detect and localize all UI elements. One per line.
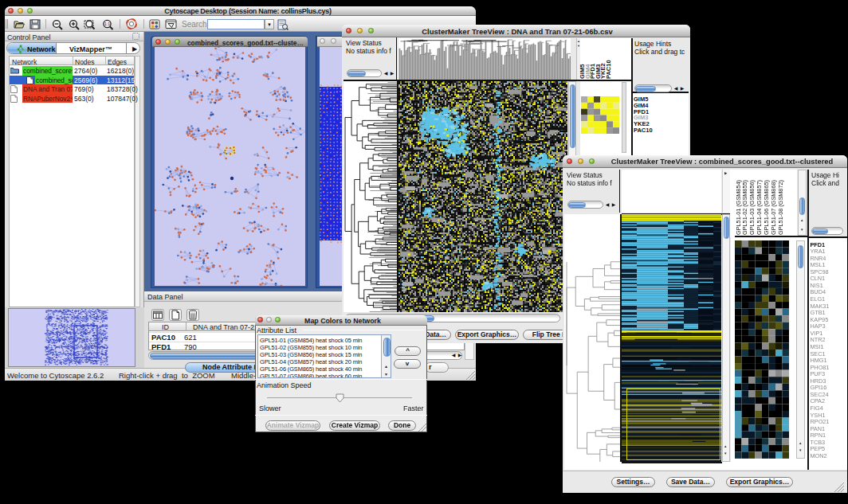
svg-text:1:1: 1:1 [104, 21, 110, 26]
